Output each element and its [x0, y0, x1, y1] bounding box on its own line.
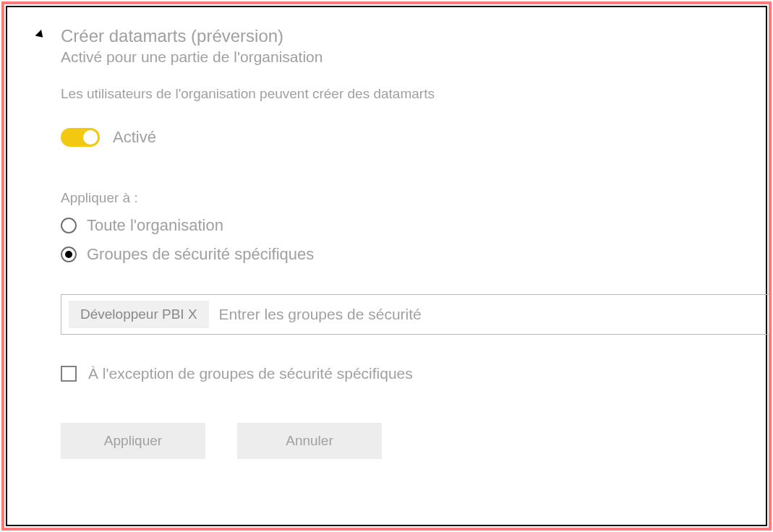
action-buttons: Appliquer Annuler [61, 423, 746, 459]
checkbox-icon [61, 366, 77, 382]
radio-icon [61, 246, 77, 262]
security-groups-input[interactable] [219, 306, 761, 323]
radio-entire-org[interactable]: Toute l'organisation [61, 216, 746, 235]
apply-to-label: Appliquer à : [61, 190, 746, 206]
setting-description: Les utilisateurs de l'organisation peuve… [61, 86, 746, 102]
setting-title: Créer datamarts (préversion) [61, 25, 746, 47]
enable-toggle[interactable] [61, 128, 100, 147]
radio-specific-groups[interactable]: Groupes de sécurité spécifiques [61, 245, 746, 264]
radio-icon [61, 218, 77, 233]
security-groups-field[interactable]: Développeur PBI X [61, 294, 769, 335]
enable-toggle-row: Activé [61, 128, 746, 147]
group-chip[interactable]: Développeur PBI X [69, 301, 209, 328]
setting-status: Activé pour une partie de l'organisation [61, 48, 746, 66]
radio-label-specific-groups: Groupes de sécurité spécifiques [87, 245, 314, 264]
except-groups-label: À l'exception de groupes de sécurité spé… [88, 365, 413, 382]
settings-panel: Créer datamarts (préversion) Activé pour… [6, 6, 767, 526]
panel-content: Créer datamarts (préversion) Activé pour… [61, 25, 746, 459]
outer-frame: Créer datamarts (préversion) Activé pour… [1, 1, 772, 531]
apply-button[interactable]: Appliquer [61, 423, 205, 459]
collapse-triangle-icon[interactable] [35, 30, 46, 40]
except-groups-row[interactable]: À l'exception de groupes de sécurité spé… [61, 365, 746, 382]
toggle-label: Activé [113, 128, 156, 147]
toggle-knob [83, 130, 98, 145]
cancel-button[interactable]: Annuler [237, 423, 382, 459]
radio-label-entire-org: Toute l'organisation [87, 216, 223, 235]
